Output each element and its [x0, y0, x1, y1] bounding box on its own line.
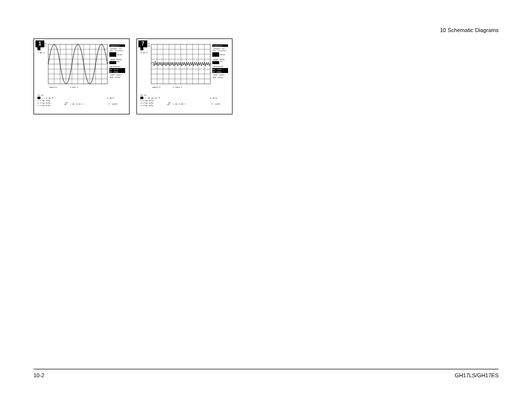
- scope-row: 1: [33, 38, 233, 114]
- scope7-mode: AUTO: [215, 103, 220, 105]
- scope1-time: 14:25:21: [37, 45, 47, 47]
- scope7-protocol: —protocol—: [212, 66, 225, 68]
- scope-screen-7: 1 7-Jun-01 14:22:49 0.50 V HARDCOPY —out…: [138, 40, 231, 112]
- scope7-time: 14:22:49: [140, 45, 150, 47]
- scope1-ch2line: 2 trig only: [37, 100, 51, 102]
- page-number: 10-2: [33, 372, 44, 378]
- scope7-proto3: TIFF color: [213, 74, 225, 76]
- scope7-pagefeed: —page feed—: [212, 59, 226, 61]
- scope7-vdiv: 0.50 V: [140, 52, 148, 54]
- scope1-tb-right: 3 GS/s: [107, 97, 115, 99]
- scope1-trigsrc: 1 DC 0.84 V: [70, 103, 83, 105]
- scope7-proto2: HP 7550: [213, 71, 221, 73]
- scope1-proto4: BMP color: [110, 76, 121, 78]
- scope7-pagefeedval: On: [220, 61, 223, 63]
- scope1-proto3: TIFF color: [110, 74, 122, 76]
- scope7-ch3line: 3 trig only: [140, 102, 154, 104]
- scope1-proto1: HP 7470: [110, 69, 118, 71]
- scope1-proto2: HP 7550: [110, 71, 118, 73]
- scope7-outputdest: Int. Printer: [212, 50, 227, 52]
- scope7-stop: □: [211, 103, 213, 105]
- page: 10 Schematic Diagrams 1: [0, 0, 532, 395]
- svg-rect-23: [109, 61, 116, 64]
- scope1-timebase: 20 ns: [37, 94, 44, 96]
- scope1-ch1line: 1 1 V DC §: [41, 97, 54, 99]
- footer-rule: [33, 369, 499, 369]
- scope7-timebase: 50 ns: [140, 94, 147, 96]
- scope-screen-1: 1 7-Jun-01 14:25:21 1.00 V HARDCOPY —out…: [35, 40, 128, 112]
- scope-svg-1: 1 7-Jun-01 14:25:21 1.00 V HARDCOPY —out…: [35, 40, 128, 112]
- scope-capture-7: 7: [136, 38, 233, 114]
- scope7-ch1line: 1 .50 mV DC §: [144, 97, 160, 99]
- scope1-vdiv: 1.00 V: [37, 52, 45, 54]
- scope1-stop: □: [108, 103, 110, 105]
- model-label: GH17LS/GH17ES: [455, 372, 499, 378]
- scope7-ch2line: 2 trig only: [140, 100, 154, 102]
- scope7-tb-right: 3 GS/s: [210, 97, 218, 99]
- scope-svg-7: 1 7-Jun-01 14:22:49 0.50 V HARDCOPY —out…: [138, 40, 231, 112]
- scope1-pagefeedval: On: [117, 61, 120, 63]
- svg-rect-50: [140, 97, 143, 99]
- scope1-ch3line: 3 trig only: [37, 102, 51, 104]
- svg-rect-47: [212, 61, 219, 64]
- scope7-trigsrc: 1 DC 0.63 V: [173, 103, 186, 105]
- scope1-hardcopy: HARDCOPY: [110, 45, 120, 47]
- svg-rect-22: [109, 52, 116, 57]
- scope1-outputdest: Int. Printer: [109, 50, 124, 52]
- scope7-vmax-val: 1.2518 V: [173, 86, 183, 88]
- scope1-vmax-val: 1.591 V: [70, 86, 78, 88]
- scope1-vmax-label: Vmax(1): [49, 86, 58, 88]
- scope1-ch4line: 4 trig only: [37, 105, 51, 107]
- svg-rect-46: [212, 52, 219, 57]
- scope-capture-1: 1: [33, 38, 130, 114]
- scope7-hardcopy: HARDCOPY: [213, 45, 223, 47]
- scope7-proto4: BMP color: [213, 76, 224, 78]
- scope1-gpib: GPIB: [117, 54, 122, 56]
- scope7-vmax-label: Vmax(1): [152, 86, 161, 88]
- svg-rect-26: [37, 97, 40, 99]
- scope7-ch4line: 4 trig only: [140, 105, 154, 107]
- scope1-mode: AUTO: [112, 103, 117, 105]
- scope1-pagefeed: —page feed—: [109, 59, 123, 61]
- section-header: 10 Schematic Diagrams: [440, 27, 499, 33]
- scope7-gpib: GPIB: [220, 54, 225, 56]
- scope1-protocol: —protocol—: [109, 66, 122, 68]
- scope7-proto1: HP 7470: [213, 69, 221, 71]
